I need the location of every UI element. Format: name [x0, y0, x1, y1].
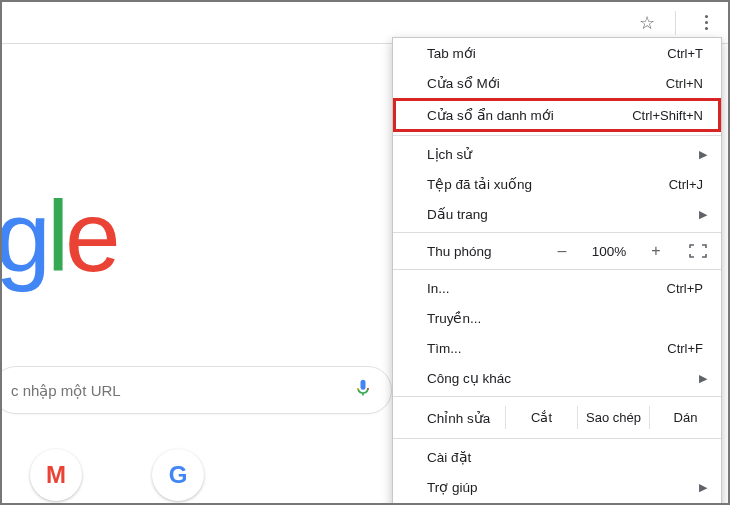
- menu-item-label: Lịch sử: [427, 146, 472, 162]
- menu-item-label: Tệp đã tải xuống: [427, 176, 532, 192]
- menu-new-window[interactable]: Cửa sổ Mới Ctrl+N: [393, 68, 721, 98]
- menu-item-label: Dấu trang: [427, 206, 488, 222]
- menu-item-shortcut: Ctrl+Shift+N: [632, 108, 703, 123]
- edit-copy-button[interactable]: Sao chép: [577, 406, 649, 429]
- chrome-menu-button[interactable]: [692, 9, 720, 37]
- google-logo: oogle: [0, 179, 117, 294]
- menu-item-label: Cửa sổ Mới: [427, 75, 500, 91]
- menu-item-label: Tab mới: [427, 45, 476, 61]
- omnibox-search[interactable]: [0, 366, 392, 414]
- menu-item-shortcut: Ctrl+F: [667, 341, 703, 356]
- toolbar-separator: [675, 11, 676, 35]
- menu-item-shortcut: Ctrl+P: [667, 281, 703, 296]
- menu-edit: Chỉnh sửa Cắt Sao chép Dán: [393, 400, 721, 435]
- menu-item-label: Trợ giúp: [427, 479, 478, 495]
- edit-paste-button[interactable]: Dán: [649, 406, 721, 429]
- menu-divider: [393, 438, 721, 439]
- menu-divider: [393, 269, 721, 270]
- menu-bookmarks[interactable]: Dấu trang ▶: [393, 199, 721, 229]
- voice-search-icon[interactable]: [353, 378, 373, 402]
- menu-item-shortcut: Ctrl+J: [669, 177, 703, 192]
- menu-new-tab[interactable]: Tab mới Ctrl+T: [393, 38, 721, 68]
- shortcut-google[interactable]: G: [152, 449, 204, 501]
- chevron-right-icon: ▶: [699, 148, 707, 161]
- menu-item-label: Thu phóng: [427, 244, 551, 259]
- menu-divider: [393, 135, 721, 136]
- google-g-icon: G: [169, 461, 188, 489]
- menu-item-label: Công cụ khác: [427, 370, 511, 386]
- menu-item-shortcut: Ctrl+N: [666, 76, 703, 91]
- bookmark-star-icon[interactable]: ☆: [635, 8, 659, 38]
- edit-cut-button[interactable]: Cắt: [505, 406, 577, 429]
- menu-divider: [393, 396, 721, 397]
- menu-item-label: Tìm...: [427, 341, 462, 356]
- chevron-right-icon: ▶: [699, 372, 707, 385]
- search-input[interactable]: [11, 382, 353, 399]
- menu-print[interactable]: In... Ctrl+P: [393, 273, 721, 303]
- menu-item-label: Chỉnh sửa: [427, 410, 505, 426]
- menu-item-shortcut: Ctrl+T: [667, 46, 703, 61]
- menu-settings[interactable]: Cài đặt: [393, 442, 721, 472]
- menu-item-label: Cửa sổ ẩn danh mới: [427, 107, 554, 123]
- gmail-icon: M: [46, 461, 66, 489]
- zoom-out-button[interactable]: –: [551, 242, 573, 260]
- menu-more-tools[interactable]: Công cụ khác ▶: [393, 363, 721, 393]
- menu-find[interactable]: Tìm... Ctrl+F: [393, 333, 721, 363]
- chevron-right-icon: ▶: [699, 481, 707, 494]
- menu-help[interactable]: Trợ giúp ▶: [393, 472, 721, 502]
- menu-cast[interactable]: Truyền...: [393, 303, 721, 333]
- fullscreen-icon[interactable]: [689, 244, 707, 258]
- menu-zoom: Thu phóng – 100% +: [393, 236, 721, 266]
- menu-item-label: Truyền...: [427, 310, 481, 326]
- zoom-in-button[interactable]: +: [645, 242, 667, 260]
- menu-new-incognito-window[interactable]: Cửa sổ ẩn danh mới Ctrl+Shift+N: [393, 98, 721, 132]
- menu-item-label: In...: [427, 281, 450, 296]
- menu-history[interactable]: Lịch sử ▶: [393, 139, 721, 169]
- menu-divider: [393, 232, 721, 233]
- shortcut-apps: M G: [2, 449, 204, 501]
- chevron-right-icon: ▶: [699, 208, 707, 221]
- chrome-main-menu: Tab mới Ctrl+T Cửa sổ Mới Ctrl+N Cửa sổ …: [392, 37, 722, 505]
- menu-item-label: Cài đặt: [427, 449, 471, 465]
- zoom-value: 100%: [587, 244, 631, 259]
- menu-downloads[interactable]: Tệp đã tải xuống Ctrl+J: [393, 169, 721, 199]
- shortcut-gmail[interactable]: M: [30, 449, 82, 501]
